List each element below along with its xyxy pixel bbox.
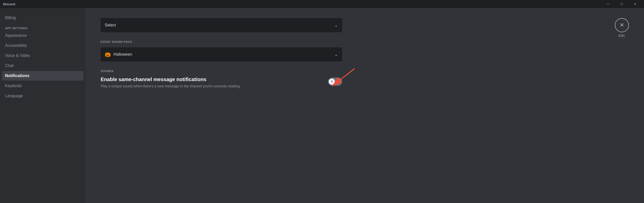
esc-close-button[interactable]: ✕	[615, 18, 629, 32]
sidebar-item-notifications[interactable]: Notifications	[2, 71, 84, 81]
app-title: Discord	[3, 2, 15, 6]
sounds-section: SOUNDS Enable same-channel message notif…	[101, 70, 629, 89]
chevron-down-icon: ⌄	[334, 22, 338, 28]
sound-pack-dropdown[interactable]: 🎃 Halloween ⌄	[101, 47, 342, 61]
maximize-button[interactable]: ☐	[616, 0, 627, 8]
window-controls: — ☐ ✕	[602, 0, 641, 8]
toggle-knob-x-icon: ✕	[330, 80, 333, 83]
sidebar-item-language[interactable]: Language	[2, 91, 84, 101]
select-dropdown[interactable]: Select ⌄	[101, 18, 342, 32]
sidebar-item-accessibility[interactable]: Accessibility	[2, 41, 84, 50]
titlebar: Discord — ☐ ✕	[0, 0, 644, 8]
sound-pack-selected: 🎃 Halloween	[105, 51, 132, 57]
sidebar-item-voice-video[interactable]: Voice & Video	[2, 51, 84, 60]
event-sound-pack-label: EVENT SOUND PACK	[101, 40, 629, 43]
pumpkin-icon: 🎃	[105, 51, 111, 57]
esc-close-icon: ✕	[620, 22, 624, 28]
select-dropdown-text: Select	[105, 23, 116, 27]
toggle-knob: ✕	[329, 79, 335, 85]
esc-button-container: ✕ ESC	[615, 18, 629, 38]
same-channel-toggle-row: Enable same-channel message notification…	[101, 77, 342, 89]
sound-pack-chevron-down-icon: ⌄	[334, 52, 338, 57]
esc-label: ESC	[619, 34, 625, 38]
sidebar: Billing APP SETTINGS Appearance Accessib…	[0, 8, 86, 203]
sound-pack-name: Halloween	[113, 52, 132, 57]
close-button[interactable]: ✕	[629, 0, 641, 8]
app-layout: Billing APP SETTINGS Appearance Accessib…	[0, 8, 644, 203]
sidebar-item-keybinds[interactable]: Keybinds	[2, 81, 84, 91]
sidebar-item-billing[interactable]: Billing	[2, 13, 84, 23]
sidebar-section-app-settings: APP SETTINGS	[2, 25, 84, 31]
toggle-title: Enable same-channel message notification…	[101, 77, 324, 82]
same-channel-toggle[interactable]: ✕	[328, 78, 342, 86]
sounds-label: SOUNDS	[101, 70, 629, 73]
toggle-desc: Play a unique sound when there's a new m…	[101, 84, 307, 89]
sidebar-item-appearance[interactable]: Appearance	[2, 31, 84, 40]
minimize-button[interactable]: —	[602, 0, 614, 8]
sidebar-item-chat[interactable]: Chat	[2, 61, 84, 71]
main-content: ✕ ESC Select ⌄ EVENT SOUND PACK 🎃 Hallow…	[86, 8, 644, 203]
same-channel-toggle-text: Enable same-channel message notification…	[101, 77, 324, 89]
